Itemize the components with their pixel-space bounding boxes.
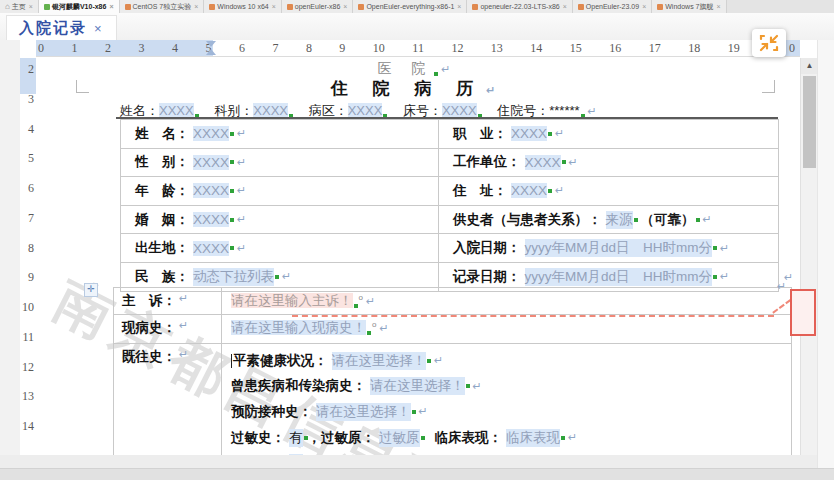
info-cell[interactable]: 住 址：XXXX↵: [439, 177, 778, 205]
vm-tab-openeuler-2309[interactable]: OpenEuler-23.09 ×: [573, 0, 652, 13]
close-icon[interactable]: ×: [457, 3, 461, 10]
close-icon[interactable]: ×: [272, 3, 276, 10]
scroll-up-button[interactable]: ▲: [801, 58, 818, 74]
info-cell[interactable]: 婚 姻：XXXX↵: [121, 206, 439, 234]
dept-field[interactable]: XXXX: [253, 103, 288, 118]
tab-admission-record[interactable]: 入院记录 ×: [6, 15, 117, 40]
ruler-numbers: 012345678910111213141516171819: [38, 40, 740, 56]
row-label-cell[interactable]: 既往史：↵: [114, 344, 222, 455]
info-cell[interactable]: 职 业：XXXX↵: [439, 120, 778, 148]
info-cell[interactable]: 工作单位：XXXX↵: [439, 149, 778, 177]
hanging-indent-marker[interactable]: [206, 49, 216, 55]
past-history-line[interactable]: 预防接种史：请在这里选择！↵: [231, 399, 791, 425]
chief-complaint-field[interactable]: 请在这里输入主诉！o↵: [222, 288, 791, 314]
vm-icon: [472, 4, 478, 10]
placeholder-text[interactable]: 请在这里选择！: [316, 403, 411, 421]
vm-tab-openeuler[interactable]: openEuler-x86 ×: [282, 0, 354, 13]
bed-field[interactable]: XXXX: [442, 103, 477, 118]
content-control-mark: [230, 218, 234, 222]
info-cell[interactable]: 出生地：XXXX↵: [121, 234, 439, 262]
close-icon[interactable]: ×: [563, 3, 567, 10]
field-value[interactable]: XXXX: [511, 183, 547, 198]
close-icon[interactable]: ×: [343, 3, 347, 10]
field-value[interactable]: XXXX: [193, 126, 229, 141]
close-icon[interactable]: ×: [29, 3, 33, 10]
field-value[interactable]: yyyy年MM月dd日 HH时mm分: [525, 239, 713, 257]
content-control-mark: [561, 436, 565, 440]
field-value[interactable]: yyyy年MM月dd日 HH时mm分: [525, 268, 713, 286]
close-icon[interactable]: ×: [194, 3, 198, 10]
field-value[interactable]: XXXX: [193, 183, 229, 198]
field-label: 主 诉：: [122, 292, 176, 310]
close-icon[interactable]: ×: [109, 3, 113, 10]
annotation-marker-box[interactable]: [790, 289, 816, 336]
paragraph-mark: ↵: [419, 405, 428, 418]
close-icon[interactable]: ×: [716, 3, 720, 10]
table-row: 年 龄：XXXX↵ 住 址：XXXX↵: [121, 177, 778, 206]
close-icon[interactable]: ×: [94, 21, 104, 36]
allergy-value[interactable]: 有: [289, 429, 303, 447]
past-history-line[interactable]: 过敏史：有，过敏原：过敏原临床表现：临床表现↵: [231, 425, 791, 451]
info-cell[interactable]: 性 别：XXXX↵: [121, 149, 439, 177]
field-value[interactable]: XXXX: [193, 241, 229, 256]
vm-tab-openeuler-everything[interactable]: OpenEuler-everything-x86-1 ×: [353, 0, 467, 13]
field-label: 年 龄：: [135, 182, 189, 200]
name-field[interactable]: XXXX: [159, 103, 194, 118]
collapse-fullscreen-button[interactable]: [752, 29, 786, 57]
paragraph-mark: ↵: [366, 295, 375, 307]
field-value[interactable]: XXXX: [511, 126, 547, 141]
field-label: 床号：: [403, 103, 442, 118]
content-control-mark: [562, 160, 566, 164]
placeholder-text[interactable]: 请在这里选择！: [370, 377, 465, 395]
info-cell[interactable]: 年 龄：XXXX↵: [121, 177, 439, 205]
vertical-ruler[interactable]: 234567891011121314: [20, 58, 37, 455]
present-illness-field[interactable]: 请在这里输入现病史！o↵: [222, 315, 791, 343]
table-row: 性 别：XXXX↵ 工作单位：XXXX↵: [121, 149, 778, 178]
vm-tab-home[interactable]: ⌂ 主页 ×: [0, 0, 39, 13]
field-value[interactable]: 动态下拉列表: [193, 268, 274, 286]
row-label-cell[interactable]: 主 诉：↵: [114, 288, 222, 314]
ward-field[interactable]: XXXX: [348, 103, 383, 118]
past-history-line[interactable]: 曾患疾病和传染病史：请在这里选择！↵: [231, 374, 791, 400]
document-page[interactable]: 南京都昌信息科技有限公司 医 院↵ 住 院 病 历↵ 姓名：XXXX 科别：XX…: [36, 58, 800, 455]
info-cell[interactable]: 入院日期：yyyy年MM月dd日 HH时mm分↵: [439, 234, 778, 262]
vm-tab-win10[interactable]: Windows 10 x64 ×: [204, 0, 281, 13]
admission-no-field[interactable]: ******: [549, 103, 579, 118]
bottom-margin-strip: [0, 455, 817, 468]
field-value[interactable]: XXXX: [193, 155, 229, 170]
past-history-line[interactable]: 平素健康状况：请在这里选择！↵: [231, 348, 791, 374]
placeholder-text[interactable]: 请在这里输入主诉！: [231, 293, 353, 308]
vertical-scrollbar[interactable]: ▲: [800, 58, 818, 468]
placeholder-text[interactable]: 请在这里选择！: [332, 352, 427, 370]
placeholder-text[interactable]: 临床表现: [506, 429, 560, 447]
ruler-number: 10: [22, 300, 34, 315]
table-move-handle[interactable]: ✛: [84, 283, 98, 297]
ruler-numbers: 234567891011121314: [20, 62, 34, 434]
field-label: 记录日期：: [453, 268, 521, 286]
content-control-mark: [466, 384, 470, 388]
row-label-cell[interactable]: 现病史：↵: [114, 315, 222, 343]
paragraph-mark: ↵: [179, 319, 188, 332]
paragraph-mark: ↵: [568, 431, 577, 444]
info-cell[interactable]: 供史者（与患者关系）：来源（可靠）↵: [439, 206, 778, 234]
field-value[interactable]: XXXX: [525, 155, 561, 170]
placeholder-text[interactable]: 请在这里输入现病史！: [231, 320, 366, 335]
scrollbar-thumb[interactable]: [803, 76, 816, 168]
info-cell[interactable]: 姓 名：XXXX↵: [121, 120, 439, 148]
horizontal-scrollbar[interactable]: [0, 468, 834, 480]
vm-tab-centos[interactable]: CentOS 7独立实验 ×: [120, 0, 205, 13]
past-history-field[interactable]: 平素健康状况：请在这里选择！↵ 曾患疾病和传染病史：请在这里选择！↵ 预防接种史…: [222, 344, 791, 455]
placeholder-text[interactable]: 过敏原: [379, 429, 420, 447]
horizontal-ruler[interactable]: 012345678910111213141516171819 0: [36, 40, 800, 57]
vm-tab-kylin[interactable]: 银河麒麟V10-x86 ×: [39, 0, 120, 13]
hospital-title-text: 医 院: [377, 60, 433, 76]
first-line-indent-marker[interactable]: [206, 41, 216, 47]
field-label: 平素健康状况：: [233, 352, 328, 370]
paragraph-mark: ↵: [703, 213, 712, 226]
ruler-number: 9: [339, 41, 345, 56]
field-value[interactable]: 来源: [606, 211, 633, 229]
vm-tab-openeuler-lts[interactable]: openeuler-22.03-LTS-x86 ×: [467, 0, 572, 13]
close-icon[interactable]: ×: [642, 3, 646, 10]
field-value[interactable]: XXXX: [193, 212, 229, 227]
vm-tab-win7[interactable]: Windows 7旗舰 ×: [652, 0, 726, 13]
